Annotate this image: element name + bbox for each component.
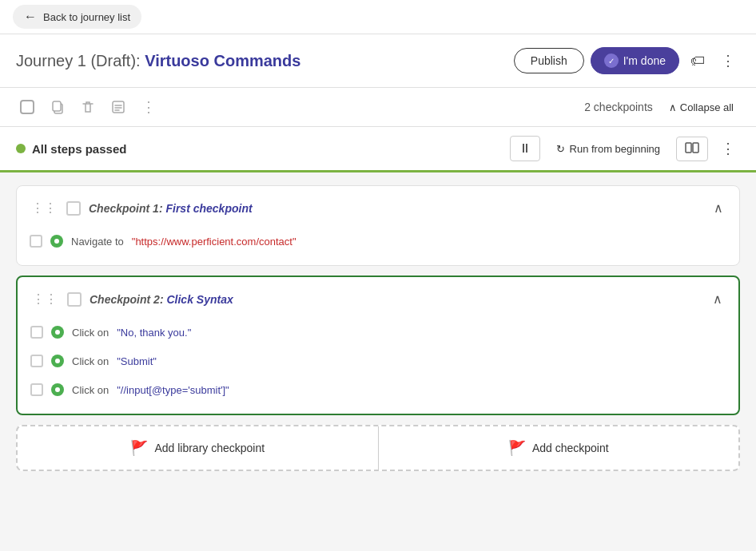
step-value: "https://www.perficient.com/contact" [132, 236, 296, 248]
step-row: Navigate to "https://www.perficient.com/… [30, 230, 726, 252]
checkpoint-card-2: ⋮⋮ Checkpoint 2: Click Syntax ∧ Click on… [16, 276, 740, 415]
checkpoint-2-header: ⋮⋮ Checkpoint 2: Click Syntax ∧ [18, 277, 738, 321]
step-action: Navigate to [71, 236, 124, 248]
toolbar: ⋮ 2 checkpoints ∧ Collapse all [0, 88, 756, 127]
pause-button[interactable]: ⏸ [510, 136, 540, 161]
status-bar: All steps passed ⏸ ↻ Run from beginning … [0, 127, 756, 172]
status-right: ⏸ ↻ Run from beginning ⋮ [510, 135, 740, 162]
header-actions: Publish ✓ I'm done 🏷 ⋮ [514, 47, 740, 74]
step-status-icon [51, 326, 64, 339]
publish-button[interactable]: Publish [514, 48, 584, 73]
toolbar-right: 2 checkpoints ∧ Collapse all [584, 98, 740, 117]
done-check-icon: ✓ [604, 54, 619, 68]
journey-draft-label: Journey 1 (Draft): [16, 52, 141, 69]
back-button[interactable]: ← Back to journey list [13, 5, 141, 29]
checkpoints-count: 2 checkpoints [584, 101, 653, 113]
svg-rect-4 [686, 143, 691, 153]
done-button-label: I'm done [623, 54, 666, 67]
back-button-label: Back to journey list [43, 11, 130, 23]
flag-add-icon: 🚩 [508, 439, 526, 457]
add-checkpoint-bar: 🚩 Add library checkpoint 🚩 Add checkpoin… [16, 425, 740, 471]
collapse-all-label: Collapse all [680, 101, 734, 113]
journey-name: Virtuoso Commands [145, 52, 300, 69]
status-left: All steps passed [16, 142, 126, 156]
library-icon[interactable] [107, 96, 129, 118]
add-library-label: Add library checkpoint [154, 442, 265, 454]
run-label: Run from beginning [570, 143, 660, 155]
step-value: "//input[@type='submit']" [117, 384, 229, 396]
step-checkbox[interactable] [30, 355, 43, 367]
delete-icon[interactable] [77, 96, 99, 118]
more-options-button[interactable]: ⋮ [716, 47, 740, 74]
toolbar-more-icon[interactable]: ⋮ [137, 96, 160, 118]
svg-rect-0 [21, 101, 34, 113]
step-action: Click on [72, 384, 109, 396]
checkpoint-2-title: Checkpoint 2: Click Syntax [90, 293, 702, 306]
status-dot-icon [16, 144, 26, 153]
step-action: Click on [72, 355, 109, 367]
checkpoint-1-steps: Navigate to "https://www.perficient.com/… [17, 230, 739, 265]
checkpoint-2-collapse[interactable]: ∧ [710, 288, 726, 310]
checkpoint-2-checkbox[interactable] [67, 292, 82, 307]
step-checkbox[interactable] [30, 235, 42, 248]
checkpoint-1-title: Checkpoint 1: First checkpoint [89, 202, 702, 215]
drag-handle-2[interactable]: ⋮⋮ [30, 290, 59, 308]
add-library-checkpoint-button[interactable]: 🚩 Add library checkpoint [18, 426, 378, 470]
library-add-icon: 🚩 [130, 439, 148, 457]
top-nav: ← Back to journey list [0, 0, 756, 34]
checkpoint-1-collapse[interactable]: ∧ [710, 197, 726, 219]
collapse-all-button[interactable]: ∧ Collapse all [662, 98, 740, 117]
step-status-icon [50, 235, 63, 248]
page-title: Journey 1 (Draft): Virtuoso Commands [16, 52, 300, 70]
copy-icon[interactable] [46, 96, 69, 118]
svg-rect-5 [693, 143, 698, 153]
svg-rect-3 [113, 101, 124, 113]
collapse-chevron-icon: ∧ [669, 101, 677, 113]
checkpoint-1-header: ⋮⋮ Checkpoint 1: First checkpoint ∧ [17, 186, 739, 230]
step-status-icon [51, 355, 64, 367]
done-button[interactable]: ✓ I'm done [591, 47, 679, 74]
step-row: Click on "Submit" [30, 350, 726, 372]
split-view-button[interactable] [676, 137, 708, 161]
step-checkbox[interactable] [30, 326, 43, 339]
step-action: Click on [72, 327, 109, 339]
step-checkbox[interactable] [30, 383, 43, 396]
checkpoint-1-checkbox[interactable] [66, 201, 81, 216]
checkpoint-card-1: ⋮⋮ Checkpoint 1: First checkpoint ∧ Navi… [16, 185, 740, 266]
step-value: "No, thank you." [117, 327, 191, 339]
main-content: ⋮⋮ Checkpoint 1: First checkpoint ∧ Navi… [0, 172, 756, 484]
page-header: Journey 1 (Draft): Virtuoso Commands Pub… [0, 34, 756, 88]
status-text: All steps passed [32, 142, 126, 156]
add-checkpoint-button[interactable]: 🚩 Add checkpoint [379, 426, 739, 470]
step-status-icon [51, 383, 64, 396]
step-row: Click on "No, thank you." [30, 321, 726, 343]
tag-button[interactable]: 🏷 [686, 48, 710, 74]
run-button[interactable]: ↻ Run from beginning [548, 138, 668, 160]
toolbar-left: ⋮ [16, 96, 160, 118]
checkbox-all[interactable] [16, 96, 38, 118]
run-icon: ↻ [556, 143, 565, 155]
status-more-button[interactable]: ⋮ [716, 135, 740, 162]
svg-rect-2 [53, 101, 61, 111]
checkpoint-2-steps: Click on "No, thank you." Click on "Subm… [18, 321, 738, 414]
step-value: "Submit" [117, 355, 157, 367]
drag-handle-1[interactable]: ⋮⋮ [30, 199, 58, 217]
step-row: Click on "//input[@type='submit']" [30, 379, 726, 401]
add-checkpoint-label: Add checkpoint [532, 442, 609, 454]
back-arrow-icon: ← [24, 10, 37, 24]
